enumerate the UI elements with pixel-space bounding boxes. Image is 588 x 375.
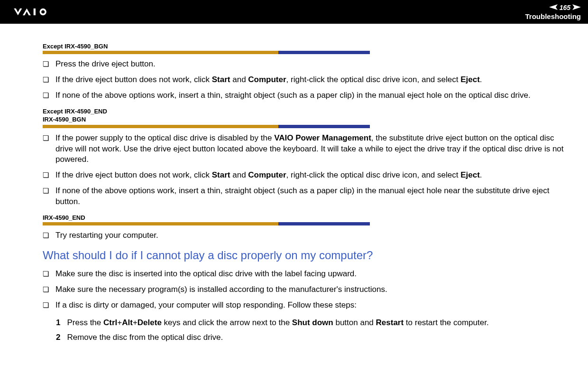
bullet-icon: ❏ [43,186,49,196]
numbered-item: 2 Remove the disc from the optical disc … [56,332,564,343]
list-item: ❏ If the power supply to the optical dis… [43,133,564,166]
section-name: Troubleshooting [525,12,581,20]
bullet-text: Make sure the necessary program(s) is in… [55,284,564,295]
bullet-text: Make sure the disc is inserted into the … [55,269,564,280]
step-text: Remove the disc from the optical disc dr… [67,332,223,343]
list-item: ❏ Try restarting your computer. [43,230,564,241]
bullet-icon: ❏ [43,91,49,100]
prev-page-arrow[interactable] [549,4,558,11]
bullet-icon: ❏ [43,75,49,84]
header-right: 165 Troubleshooting [525,4,581,20]
bullet-text: If none of the above options work, inser… [55,90,564,101]
bullet-list-1: ❏ Press the drive eject button. ❏ If the… [43,59,564,101]
next-page-arrow[interactable] [572,4,581,11]
bullet-text: Press the drive eject button. [55,59,564,70]
bullet-icon: ❏ [43,133,49,143]
list-item: ❏ Make sure the necessary program(s) is … [43,284,564,295]
vaio-logo [7,7,74,17]
bullet-text: Try restarting your computer. [55,230,564,241]
bullet-text: If the power supply to the optical disc … [55,133,564,166]
content-area: Except IRX-4590_BGN ❏ Press the drive ej… [0,24,588,361]
divider-bar [43,125,370,128]
step-number: 1 [56,318,60,328]
numbered-list: 1 Press the Ctrl+Alt+Delete keys and cli… [56,318,564,343]
bullet-icon: ❏ [43,59,49,69]
page-number: 165 [560,4,570,11]
bullet-icon: ❏ [43,170,49,180]
bullet-text: If none of the above options work, inser… [55,186,564,207]
numbered-item: 1 Press the Ctrl+Alt+Delete keys and cli… [56,318,564,328]
tag-label-2: Except IRX-4590_END IRX-4590_BGN [43,108,564,124]
header-bar: 165 Troubleshooting [0,0,588,24]
bullet-list-2: ❏ If the power supply to the optical dis… [43,133,564,208]
list-item: ❏ If the drive eject button does not wor… [43,170,564,181]
bullet-list-4: ❏ Make sure the disc is inserted into th… [43,269,564,311]
bullet-list-3: ❏ Try restarting your computer. [43,230,564,241]
list-item: ❏ If the drive eject button does not wor… [43,75,564,85]
list-item: ❏ Make sure the disc is inserted into th… [43,269,564,280]
bullet-text: If the drive eject button does not work,… [55,170,564,181]
list-item: ❏ If none of the above options work, ins… [43,90,564,101]
bullet-icon: ❏ [43,231,49,240]
divider-bar [43,51,370,54]
page-navigation: 165 [549,4,581,11]
step-text: Press the Ctrl+Alt+Delete keys and click… [67,318,488,328]
bullet-text: If a disc is dirty or damaged, your comp… [55,300,564,311]
step-number: 2 [56,332,60,343]
tag-label-1: Except IRX-4590_BGN [43,43,564,50]
bullet-text: If the drive eject button does not work,… [55,75,564,85]
list-item: ❏ Press the drive eject button. [43,59,564,70]
svg-rect-0 [34,9,36,15]
list-item: ❏ If a disc is dirty or damaged, your co… [43,300,564,311]
bullet-icon: ❏ [43,285,49,294]
divider-bar [43,222,370,225]
section-heading: What should I do if I cannot play a disc… [43,249,564,262]
bullet-icon: ❏ [43,269,49,279]
tag-label-3: IRX-4590_END [43,214,564,221]
list-item: ❏ If none of the above options work, ins… [43,186,564,207]
bullet-icon: ❏ [43,300,49,310]
